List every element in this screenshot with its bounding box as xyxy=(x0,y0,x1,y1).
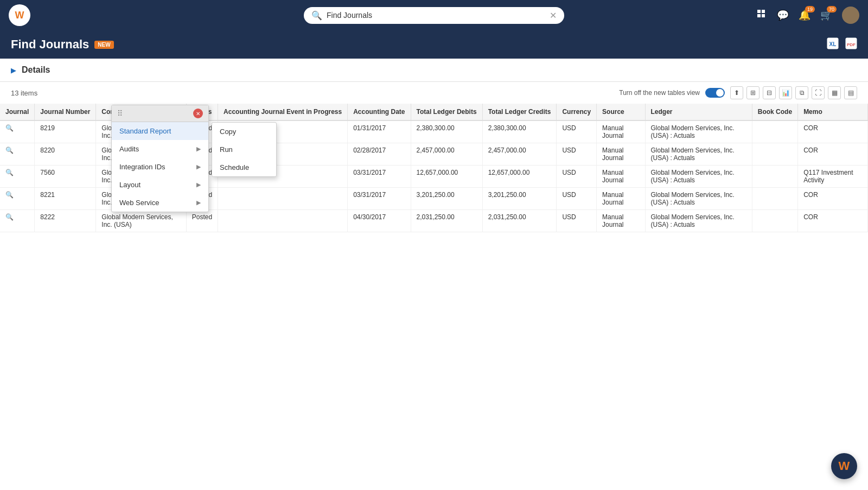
cell-currency[interactable]: USD xyxy=(557,210,597,232)
cell-source[interactable]: Manual Journal xyxy=(597,188,645,210)
cell-debits: 2,380,300.00 xyxy=(411,120,482,143)
col-event: Accounting Journal Event in Progress xyxy=(218,104,348,120)
cell-ledger[interactable]: Global Modern Services, Inc. (USA) : Act… xyxy=(645,210,752,232)
notification-icon[interactable]: 🔔 19 xyxy=(799,9,810,21)
cell-journal-icon[interactable]: 🔍 xyxy=(0,120,35,143)
split-icon[interactable]: ⧉ xyxy=(795,86,808,99)
cell-book-code xyxy=(752,210,797,232)
sub-menu: Copy Run Schedule xyxy=(212,122,277,177)
table-tool-icons: ⬆ ⊞ ⊟ 📊 ⧉ ⛶ ▦ ▤ xyxy=(730,86,857,99)
cell-ledger[interactable]: Global Modern Services, Inc. (USA) : Act… xyxy=(645,188,752,210)
cell-date: 03/31/2017 xyxy=(348,188,411,210)
cell-credits: 2,031,250.00 xyxy=(482,210,557,232)
sub-menu-item-copy[interactable]: Copy xyxy=(212,123,276,141)
list-view-icon[interactable]: ▤ xyxy=(844,86,857,99)
page-header: Find Journals NEW XL PDF xyxy=(0,30,868,59)
table-view-toggle[interactable] xyxy=(705,88,725,98)
web-service-arrow: ▶ xyxy=(196,199,201,206)
export-icon[interactable]: ⬆ xyxy=(730,86,743,99)
cell-memo: COR xyxy=(798,188,868,210)
svg-text:XL: XL xyxy=(829,41,837,47)
columns-icon[interactable]: ⊞ xyxy=(746,86,760,99)
chart-icon[interactable]: 📊 xyxy=(779,86,792,99)
details-label: Details xyxy=(22,65,50,75)
cell-journal-number: 8219 xyxy=(35,120,96,143)
cell-credits: 3,201,250.00 xyxy=(482,188,557,210)
col-currency: Currency xyxy=(557,104,597,120)
cell-credits: 12,657,000.00 xyxy=(482,166,557,188)
grid-view-icon[interactable]: ▦ xyxy=(828,86,841,99)
cell-source[interactable]: Manual Journal xyxy=(597,210,645,232)
cell-currency[interactable]: USD xyxy=(557,143,597,166)
col-book-code: Book Code xyxy=(752,104,797,120)
col-journal-number: Journal Number xyxy=(35,104,96,120)
cell-journal-icon[interactable]: 🔍 xyxy=(0,210,35,232)
menu-item-layout[interactable]: Layout ▶ xyxy=(112,176,208,194)
menu-close-button[interactable]: ✕ xyxy=(193,109,203,118)
cell-journal-number: 7560 xyxy=(35,166,96,188)
cell-debits: 2,031,250.00 xyxy=(411,210,482,232)
cell-ledger[interactable]: Global Modern Services, Inc. (USA) : Act… xyxy=(645,166,752,188)
cell-source[interactable]: Manual Journal xyxy=(597,166,645,188)
items-count: 13 items xyxy=(11,89,37,97)
cart-icon[interactable]: 🛒 70 xyxy=(820,9,832,21)
cell-currency[interactable]: USD xyxy=(557,120,597,143)
filter-icon[interactable]: ⊟ xyxy=(763,86,776,99)
drag-icon: ⠿ xyxy=(117,109,123,118)
search-input[interactable] xyxy=(327,11,522,20)
cell-date: 01/31/2017 xyxy=(348,120,411,143)
search-clear-icon[interactable]: ✕ xyxy=(550,10,557,21)
nav-icons: 💬 🔔 19 🛒 70 xyxy=(756,7,859,24)
avatar[interactable] xyxy=(842,7,859,24)
menu-item-standard-report[interactable]: Standard Report xyxy=(112,122,208,140)
cell-book-code xyxy=(752,166,797,188)
top-nav: W 🔍 ✕ 💬 🔔 19 🛒 70 xyxy=(0,0,868,30)
cell-currency[interactable]: USD xyxy=(557,166,597,188)
toggle-knob xyxy=(716,89,724,97)
col-memo: Memo xyxy=(798,104,868,120)
col-credits: Total Ledger Credits xyxy=(482,104,557,120)
workday-assistant-button[interactable]: W xyxy=(831,453,857,479)
cell-date: 03/31/2017 xyxy=(348,166,411,188)
details-toggle[interactable]: ▶ xyxy=(11,66,16,74)
menu-item-audits[interactable]: Audits ▶ xyxy=(112,140,208,158)
cell-credits: 2,457,000.00 xyxy=(482,143,557,166)
table-controls: Turn off the new tables view ⬆ ⊞ ⊟ 📊 ⧉ ⛶… xyxy=(619,86,857,99)
cell-source[interactable]: Manual Journal xyxy=(597,120,645,143)
fullscreen-icon[interactable]: ⛶ xyxy=(812,86,825,99)
cell-ledger[interactable]: Global Modern Services, Inc. (USA) : Act… xyxy=(645,120,752,143)
cell-credits: 2,380,300.00 xyxy=(482,120,557,143)
cell-company[interactable]: Global Modern Services, Inc. (USA) xyxy=(96,210,186,232)
cell-journal-icon[interactable]: 🔍 xyxy=(0,143,35,166)
workday-logo[interactable]: W xyxy=(9,4,30,26)
grid-icon[interactable] xyxy=(756,9,767,22)
cell-journal-icon[interactable]: 🔍 xyxy=(0,188,35,210)
cell-memo: COR xyxy=(798,143,868,166)
sub-menu-item-run[interactable]: Run xyxy=(212,141,276,158)
cell-event xyxy=(218,210,348,232)
cell-journal-number: 8221 xyxy=(35,188,96,210)
menu-item-web-service[interactable]: Web Service ▶ xyxy=(112,194,208,212)
header-actions: XL PDF xyxy=(827,37,857,52)
export-pdf-button[interactable]: PDF xyxy=(845,37,857,52)
menu-header: ⠿ ✕ xyxy=(112,105,208,122)
sub-menu-item-schedule[interactable]: Schedule xyxy=(212,158,276,176)
main-content: ▶ Details 13 items Turn off the new tabl… xyxy=(0,59,868,490)
col-journal: Journal xyxy=(0,104,35,120)
col-ledger: Ledger xyxy=(645,104,752,120)
menu-header-icons: ⠿ xyxy=(117,109,123,118)
cell-memo: COR xyxy=(798,120,868,143)
cell-event xyxy=(218,188,348,210)
cell-currency[interactable]: USD xyxy=(557,188,597,210)
cell-ledger[interactable]: Global Modern Services, Inc. (USA) : Act… xyxy=(645,143,752,166)
export-excel-button[interactable]: XL xyxy=(827,37,839,52)
cell-book-code xyxy=(752,120,797,143)
chat-icon[interactable]: 💬 xyxy=(777,9,789,21)
cell-date: 02/28/2017 xyxy=(348,143,411,166)
cell-source[interactable]: Manual Journal xyxy=(597,143,645,166)
cell-memo: COR xyxy=(798,210,868,232)
cell-journal-icon[interactable]: 🔍 xyxy=(0,166,35,188)
integration-ids-arrow: ▶ xyxy=(196,163,201,170)
details-section: ▶ Details xyxy=(0,59,868,82)
menu-item-integration-ids[interactable]: Integration IDs ▶ xyxy=(112,158,208,176)
